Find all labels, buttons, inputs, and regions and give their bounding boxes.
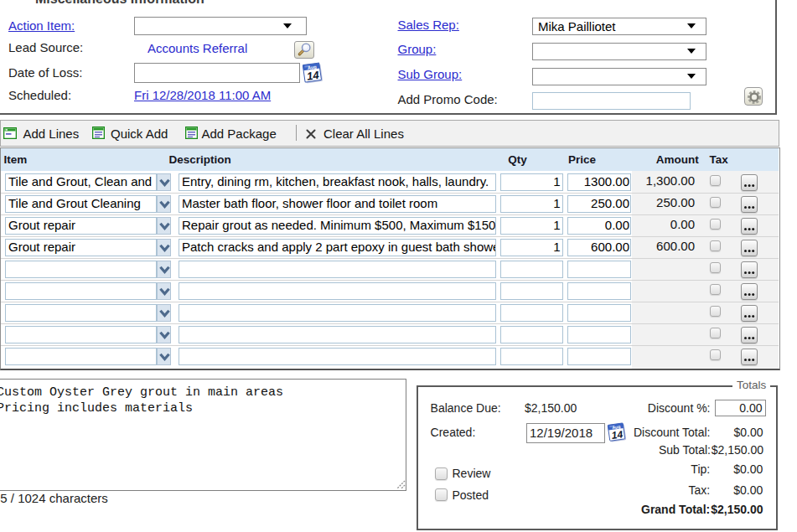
svg-text:14: 14: [306, 69, 320, 83]
